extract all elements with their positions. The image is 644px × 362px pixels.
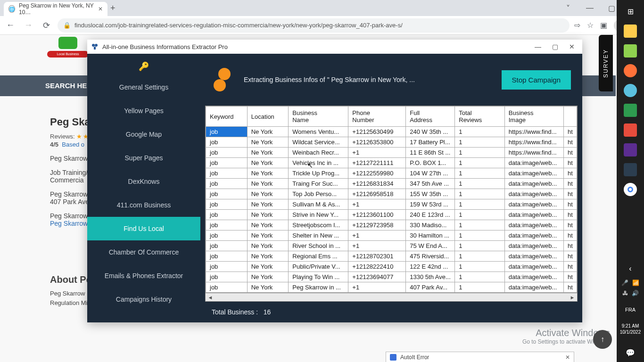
- column-header[interactable]: PhoneNumber: [348, 107, 406, 127]
- table-row[interactable]: jobNe YorkShelter in New ...+130 Hamilto…: [206, 230, 577, 241]
- notepadpp-icon[interactable]: [624, 44, 637, 58]
- cell-img: https://www.find...: [504, 148, 563, 158]
- cell-addr: 155 W 35th ...: [406, 189, 455, 199]
- peg-skarrow-link[interactable]: Peg Skarrow: [50, 220, 88, 227]
- cell-kw: job: [206, 158, 248, 168]
- sound-icon[interactable]: 🔊: [632, 290, 639, 296]
- cell-rev: 1: [455, 148, 505, 158]
- new-tab-button[interactable]: +: [110, 3, 116, 13]
- cell-kw: job: [206, 199, 248, 210]
- reload-button[interactable]: ⟳: [40, 20, 53, 31]
- column-header[interactable]: BusinessImage: [504, 107, 563, 127]
- table-row[interactable]: jobNe YorkPeg Skarrow in ...+1407 Park A…: [206, 282, 577, 293]
- back-button[interactable]: ←: [4, 20, 17, 30]
- scroll-to-top-button[interactable]: ↑: [593, 330, 612, 349]
- cell-addr: 17 Battery Pl...: [406, 137, 455, 148]
- app-close-icon[interactable]: ✕: [565, 43, 578, 50]
- table-row[interactable]: jobNe YorkRegional Ems ...+1212870230147…: [206, 251, 577, 262]
- autoit-close-icon[interactable]: ✕: [565, 354, 570, 361]
- cell-loc: Ne York: [247, 168, 289, 179]
- cell-kw: job: [206, 282, 248, 293]
- app-titlebar[interactable]: All-in-one Business Informations Extract…: [87, 40, 582, 54]
- scroll-right-icon[interactable]: ►: [569, 295, 576, 300]
- wifi-icon[interactable]: 📶: [632, 280, 639, 286]
- sidebar-item-chamber-of-commerce[interactable]: Chamber Of Commerce: [87, 240, 200, 264]
- cell-img: data:image/web...: [504, 251, 563, 262]
- sidebar-item-general-settings[interactable]: General Settings: [87, 75, 200, 99]
- cell-addr: 159 W 53rd ...: [406, 199, 455, 210]
- stop-campaign-button[interactable]: Stop Campaign: [502, 70, 571, 90]
- notifications-icon[interactable]: 💬: [626, 348, 635, 357]
- clock[interactable]: 9:21 AM 10/1/2022: [620, 323, 641, 335]
- sidebar-item-find-us-local[interactable]: Find Us Local: [87, 217, 200, 240]
- results-grid[interactable]: KeywordLocationBusinessNamePhoneNumberFu…: [205, 106, 578, 293]
- camtasia-icon[interactable]: [624, 104, 637, 117]
- cell-phone: +1: [348, 199, 406, 210]
- table-row[interactable]: jobNe YorkTraing For Suc...+121268318343…: [206, 179, 577, 189]
- sidebar-item-yellow-pages[interactable]: Yellow Pages: [87, 99, 200, 123]
- survey-tab[interactable]: SURVEY: [599, 35, 613, 91]
- finduslocal-logo[interactable]: Local Business: [47, 37, 90, 60]
- sidebar-item-emails-phones-extractor[interactable]: Emails & Phones Extractor: [87, 264, 200, 288]
- table-row[interactable]: jobNe YorkVehicles Inc in ...+1212722111…: [206, 158, 577, 168]
- cell-x: ht: [564, 127, 577, 137]
- cell-kw: job: [206, 220, 248, 230]
- table-row[interactable]: jobNe YorkStrive in New Y...+12123601100…: [206, 210, 577, 220]
- file-explorer-icon[interactable]: [624, 25, 637, 38]
- sidebar-item-campaigns-history[interactable]: Campaigns History: [87, 288, 200, 311]
- table-row[interactable]: jobNe YorkSullivan M & As...+1159 W 53rd…: [206, 199, 577, 210]
- table-row[interactable]: jobNe YorkWeinbach Recr...+111 E 86th St…: [206, 148, 577, 158]
- app-maximize-icon[interactable]: ▢: [548, 43, 561, 50]
- visual-studio-icon[interactable]: [624, 143, 637, 156]
- cell-phone: +12122559980: [348, 168, 406, 179]
- sidebar-item-dexknows[interactable]: DexKnows: [87, 170, 200, 193]
- cell-name: Public/Private V...: [289, 262, 348, 272]
- sidebar-item-super-pages[interactable]: Super Pages: [87, 146, 200, 170]
- panel-icon[interactable]: ▣: [600, 21, 607, 30]
- table-row[interactable]: jobNe YorkTop Job Perso...+1212695851815…: [206, 189, 577, 199]
- language-indicator[interactable]: FRA: [625, 307, 636, 313]
- browser-tab[interactable]: 🌐 Peg Skarrow in New York, NY 10… ✕: [4, 2, 107, 16]
- share-icon[interactable]: ⇨: [574, 21, 580, 30]
- windows-start-icon[interactable]: ⊞: [624, 5, 637, 18]
- chrome-icon[interactable]: [624, 183, 637, 196]
- column-header[interactable]: FullAddress: [406, 107, 455, 127]
- firefox-icon[interactable]: [624, 64, 637, 77]
- table-row[interactable]: jobNe YorkWildcat Service...+12126353800…: [206, 137, 577, 148]
- chevron-left-icon[interactable]: ‹: [629, 264, 631, 273]
- autoit-error-window[interactable]: AutoIt Error ✕: [386, 352, 574, 362]
- table-row[interactable]: jobNe YorkWomens Ventu...+12125630499240…: [206, 127, 577, 137]
- table-row[interactable]: jobNe YorkPublic/Private V...+1212822241…: [206, 262, 577, 272]
- horizontal-scrollbar[interactable]: ◄ ►: [205, 293, 578, 302]
- recorder-icon[interactable]: [624, 123, 637, 137]
- app-icon-2[interactable]: [624, 163, 637, 176]
- column-header[interactable]: Keyword: [206, 107, 248, 127]
- cell-phone: +12126353800: [348, 137, 406, 148]
- cell-addr: 240 E 123rd ...: [406, 210, 455, 220]
- address-bar[interactable]: 🔒 finduslocal.com/job-trainingrelated-se…: [58, 18, 570, 33]
- cell-img: data:image/web...: [504, 282, 563, 293]
- tab-title: Peg Skarrow in New York, NY 10…: [19, 2, 94, 16]
- bookmark-icon[interactable]: ☆: [587, 21, 594, 30]
- network-icon[interactable]: 🖧: [622, 290, 628, 296]
- column-header[interactable]: TotalReviews: [455, 107, 505, 127]
- column-header[interactable]: Location: [247, 107, 289, 127]
- sidebar-item-google-map[interactable]: Google Map: [87, 123, 200, 146]
- app-minimize-icon[interactable]: —: [531, 43, 545, 50]
- table-row[interactable]: jobNe YorkPlaying To Win ...+12123694077…: [206, 272, 577, 282]
- column-header[interactable]: BusinessName: [289, 107, 348, 127]
- close-tab-icon[interactable]: ✕: [98, 6, 103, 12]
- chrome-chevron-icon[interactable]: ˅: [557, 0, 579, 16]
- column-header[interactable]: [564, 107, 577, 127]
- scroll-left-icon[interactable]: ◄: [206, 295, 214, 300]
- sidebar-item-411-com-business[interactable]: 411.com Business: [87, 193, 200, 217]
- table-row[interactable]: jobNe YorkStreetjobscom I...+12129723958…: [206, 220, 577, 230]
- url-text: finduslocal.com/job-trainingrelated-serv…: [74, 22, 403, 29]
- table-row[interactable]: jobNe YorkRiver School in ...+175 W End …: [206, 241, 577, 251]
- mic-icon[interactable]: 🎤: [621, 280, 628, 286]
- window-minimize-icon[interactable]: —: [579, 0, 601, 16]
- cell-rev: 1: [455, 241, 505, 251]
- app-icon-1[interactable]: [624, 84, 637, 97]
- table-row[interactable]: jobNe YorkTrickle Up Prog...+12122559980…: [206, 168, 577, 179]
- cell-rev: 1: [455, 179, 505, 189]
